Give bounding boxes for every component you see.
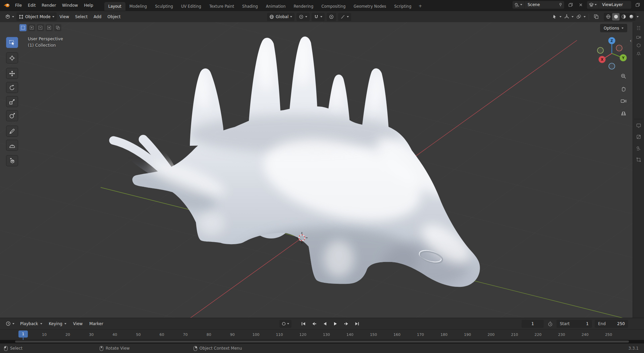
shading-rendered-button[interactable] — [628, 13, 635, 20]
viewport-menu-item[interactable]: Select — [72, 11, 91, 23]
timeline-menu-item[interactable]: Keying — [46, 318, 70, 329]
workspace-tab[interactable]: Shading — [238, 2, 262, 11]
topbar-menu-item[interactable]: File — [12, 0, 25, 11]
viewport-3d[interactable]: Options User Perspective (1) Collection — [0, 22, 633, 318]
timeline-menu-item[interactable]: View — [70, 318, 86, 329]
scene-name-field[interactable]: Scene — [525, 2, 557, 7]
timeline-scrollbar[interactable] — [0, 340, 644, 343]
end-frame-field[interactable]: End 250 — [595, 320, 628, 328]
pan-hand-icon[interactable] — [621, 86, 627, 92]
proportional-editing-button[interactable] — [327, 13, 336, 21]
pivot-dropdown[interactable] — [297, 13, 310, 21]
falloff-dropdown[interactable] — [338, 13, 351, 21]
viewlayer-name-field[interactable]: ViewLayer — [599, 2, 631, 7]
play-reverse-button[interactable] — [321, 320, 328, 327]
tool-measure[interactable] — [6, 140, 18, 151]
light-object-icon[interactable] — [636, 51, 641, 56]
tool-move[interactable] — [6, 68, 18, 79]
shading-solid-button[interactable] — [612, 13, 620, 20]
topbar-menu-item[interactable]: Render — [39, 0, 59, 11]
perspective-toggle-icon[interactable] — [621, 111, 627, 117]
camera-view-icon[interactable] — [621, 98, 627, 104]
workspace-tab[interactable]: Compositing — [317, 2, 350, 11]
select-mode-new[interactable] — [19, 24, 26, 31]
workspace-tab[interactable]: Modeling — [125, 2, 151, 11]
new-scene-button[interactable] — [567, 1, 574, 8]
timeline-menu-item[interactable]: Playback — [17, 318, 46, 329]
workspace-tab[interactable]: Geometry Nodes — [350, 2, 390, 11]
object-visibility-dropdown[interactable] — [550, 13, 558, 21]
timeline-ruler[interactable]: 1020304050607080901001101201301401501601… — [0, 329, 644, 340]
jump-to-start-button[interactable] — [300, 320, 307, 327]
tool-cursor[interactable] — [6, 52, 18, 63]
topbar-menu-item[interactable]: Help — [81, 0, 96, 11]
play-button[interactable] — [332, 320, 339, 327]
tool-scale[interactable] — [6, 96, 18, 107]
tool-rotate[interactable] — [6, 82, 18, 93]
output-properties-icon[interactable] — [636, 134, 641, 139]
workspace-tab[interactable]: Layout — [104, 2, 125, 11]
workspace-tab[interactable]: UV Editing — [177, 2, 205, 11]
select-mode-extend[interactable] — [28, 24, 35, 31]
workspace-tab[interactable]: Texture Paint — [205, 2, 238, 11]
blender-logo-icon[interactable] — [3, 3, 12, 8]
camera-object-icon[interactable] — [636, 35, 641, 40]
add-workspace-button[interactable]: + — [415, 2, 425, 11]
tool-options-dropdown[interactable]: Options — [600, 24, 627, 32]
mesh-object-icon[interactable] — [636, 43, 641, 48]
preview-range-button[interactable] — [546, 320, 554, 327]
viewport-menu-item[interactable]: View — [57, 11, 72, 23]
object-properties-icon[interactable] — [636, 157, 641, 162]
xray-toggle[interactable] — [592, 13, 600, 21]
shading-wireframe-button[interactable] — [604, 13, 612, 20]
timeline-scrollbar-thumb[interactable] — [15, 341, 629, 343]
tool-select-box[interactable] — [6, 37, 18, 48]
topbar-menu-item[interactable]: Edit — [25, 0, 39, 11]
current-frame-field[interactable]: 1 — [522, 320, 544, 328]
select-mode-subtract[interactable] — [37, 24, 44, 31]
select-mode-invert[interactable] — [46, 24, 53, 31]
workspace-tab[interactable]: Scripting — [390, 2, 415, 11]
jump-to-end-button[interactable] — [353, 320, 361, 327]
tool-add-cube[interactable] — [6, 155, 18, 166]
viewport-editor-icon — [5, 14, 10, 19]
workspace-tab[interactable]: Animation — [262, 2, 290, 11]
zoom-icon[interactable] — [621, 73, 627, 79]
workspace-tab[interactable]: Sculpting — [151, 2, 177, 11]
previous-keyframe-button[interactable] — [310, 320, 318, 327]
right-panel-strip[interactable] — [633, 22, 644, 318]
gizmo-z-negative[interactable] — [609, 63, 615, 69]
viewport-menu-item[interactable]: Add — [91, 11, 104, 23]
overlays-dropdown[interactable] — [575, 13, 583, 21]
playhead[interactable]: 1 — [18, 330, 28, 338]
viewport-menu-item[interactable]: Object — [104, 11, 123, 23]
sidebar-toggle-icon[interactable]: ‹ — [630, 38, 632, 43]
delete-scene-button[interactable] — [577, 1, 584, 8]
mode-dropdown[interactable]: Object Mode — [16, 12, 57, 21]
new-viewlayer-button[interactable] — [634, 1, 641, 8]
timeline-editor-type-button[interactable] — [3, 319, 17, 328]
workspace-tab[interactable]: Rendering — [289, 2, 317, 11]
shading-material-button[interactable] — [620, 13, 627, 20]
navigation-gizmo[interactable]: Z Y X — [595, 37, 629, 70]
outliner-icon[interactable] — [636, 26, 641, 31]
pin-scene-button[interactable] — [557, 1, 564, 8]
gizmo-y-negative[interactable] — [597, 47, 603, 53]
auto-keying-button[interactable] — [279, 320, 291, 328]
browse-viewlayer-button[interactable] — [587, 1, 599, 9]
timeline-menu-item[interactable]: Marker — [86, 318, 106, 329]
snap-toggle-dropdown[interactable] — [312, 13, 325, 21]
select-mode-intersect[interactable] — [54, 24, 61, 31]
start-frame-field[interactable]: Start 1 — [556, 320, 592, 328]
render-properties-icon[interactable] — [636, 123, 641, 128]
gizmos-dropdown[interactable] — [562, 13, 571, 21]
tool-transform[interactable] — [6, 110, 18, 121]
gizmo-x-negative[interactable] — [616, 45, 622, 51]
editor-type-button[interactable] — [3, 12, 16, 21]
scene-properties-icon[interactable] — [636, 146, 641, 151]
next-keyframe-button[interactable] — [342, 320, 350, 327]
browse-scene-button[interactable] — [513, 1, 525, 9]
orientation-dropdown[interactable]: Global — [267, 13, 294, 21]
tool-annotate[interactable] — [6, 126, 18, 137]
topbar-menu-item[interactable]: Window — [59, 0, 81, 11]
